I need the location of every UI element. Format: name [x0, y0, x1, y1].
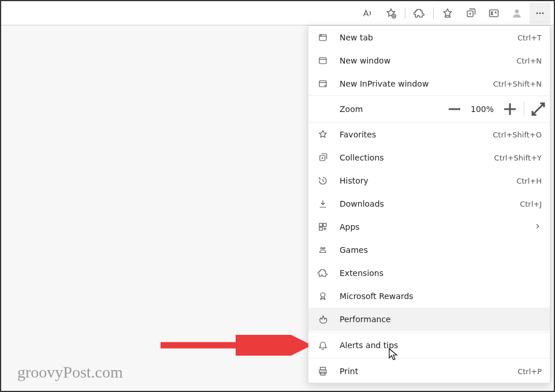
- toolbar-separator: [433, 8, 434, 19]
- menu-label: Downloads: [340, 199, 520, 208]
- extensions-icon: [316, 267, 329, 279]
- svg-point-15: [321, 248, 322, 249]
- svg-point-8: [321, 35, 321, 36]
- profile-button[interactable]: [506, 3, 527, 24]
- menu-shortcut: Ctrl+Shift+N: [493, 80, 542, 88]
- menu-item-new-tab[interactable]: New tab Ctrl+T: [308, 26, 550, 49]
- menu-item-zoom: Zoom 100%: [308, 95, 550, 123]
- menu-item-print[interactable]: Print Ctrl+P: [308, 360, 550, 383]
- svg-point-17: [321, 293, 325, 297]
- menu-item-extensions[interactable]: Extensions: [308, 262, 550, 285]
- annotation-arrow: [158, 335, 308, 356]
- svg-rect-9: [319, 58, 326, 64]
- menu-label: Microsoft Rewards: [340, 292, 542, 301]
- svg-point-6: [542, 12, 544, 14]
- svg-rect-12: [319, 223, 322, 226]
- history-icon: [316, 174, 329, 187]
- math-solver-button[interactable]: [483, 3, 504, 24]
- print-icon: [316, 365, 329, 378]
- menu-item-performance[interactable]: Performance: [308, 308, 550, 331]
- menu-label: New InPrivate window: [340, 79, 493, 88]
- mouse-cursor: [389, 348, 399, 361]
- menu-shortcut: Ctrl+P: [517, 367, 542, 376]
- zoom-label: Zoom: [340, 104, 443, 114]
- menu-label: Print: [340, 367, 517, 376]
- svg-rect-14: [319, 227, 322, 230]
- games-icon: [316, 244, 329, 256]
- menu-item-games[interactable]: Games: [308, 238, 550, 262]
- svg-rect-7: [319, 35, 326, 41]
- menu-item-rewards[interactable]: Microsoft Rewards: [308, 285, 550, 308]
- performance-icon: [316, 313, 329, 326]
- svg-point-5: [539, 12, 541, 14]
- menu-shortcut: Ctrl+J: [520, 200, 542, 208]
- svg-rect-2: [490, 10, 498, 17]
- new-tab-icon: [316, 31, 329, 44]
- menu-label: Alerts and tips: [340, 341, 542, 350]
- rewards-icon: [316, 290, 329, 303]
- inprivate-icon: [316, 77, 329, 90]
- menu-item-history[interactable]: History Ctrl+H: [308, 169, 550, 192]
- menu-shortcut: Ctrl+N: [516, 57, 542, 65]
- svg-point-3: [515, 9, 519, 13]
- chevron-right-icon: [534, 222, 542, 232]
- collections-icon: [316, 151, 329, 164]
- downloads-icon: [316, 197, 329, 210]
- browser-toolbar: [1, 1, 554, 25]
- watermark-text: groovyPost.com: [17, 363, 123, 382]
- menu-item-alerts[interactable]: Alerts and tips: [308, 334, 550, 357]
- menu-shortcut: Ctrl+H: [516, 177, 542, 185]
- menu-item-new-window[interactable]: New window Ctrl+N: [308, 49, 550, 72]
- menu-label: History: [340, 176, 516, 185]
- menu-label: Games: [340, 245, 542, 255]
- zoom-separator: [524, 102, 524, 117]
- menu-shortcut: Ctrl+Shift+Y: [494, 154, 542, 162]
- menu-label: Collections: [340, 153, 494, 162]
- extensions-button[interactable]: [409, 3, 430, 24]
- menu-item-downloads[interactable]: Downloads Ctrl+J: [308, 192, 550, 215]
- menu-item-apps[interactable]: Apps: [308, 215, 550, 238]
- menu-shortcut: Ctrl+T: [517, 33, 542, 42]
- menu-label: New window: [340, 56, 516, 65]
- read-aloud-button[interactable]: [357, 3, 378, 24]
- add-favorite-button[interactable]: [381, 3, 401, 24]
- settings-and-more-menu: New tab Ctrl+T New window Ctrl+N New InP…: [308, 25, 550, 383]
- menu-item-collections[interactable]: Collections Ctrl+Shift+Y: [308, 146, 550, 169]
- menu-label: Apps: [340, 222, 534, 232]
- svg-point-16: [323, 248, 325, 249]
- menu-shortcut: Ctrl+Shift+O: [493, 130, 542, 139]
- menu-label: Performance: [340, 315, 542, 324]
- apps-icon: [316, 221, 329, 233]
- svg-rect-13: [323, 223, 326, 226]
- menu-label: Extensions: [340, 268, 542, 278]
- collections-button[interactable]: [460, 3, 481, 24]
- menu-label: New tab: [340, 33, 517, 42]
- zoom-in-button[interactable]: [498, 98, 522, 121]
- zoom-out-button[interactable]: [443, 98, 466, 121]
- toolbar-separator: [405, 8, 405, 19]
- settings-and-more-button[interactable]: [530, 3, 550, 24]
- svg-rect-18: [321, 367, 326, 370]
- menu-label: Favorites: [340, 130, 493, 139]
- menu-divider: [308, 332, 550, 333]
- zoom-value: 100%: [466, 104, 498, 114]
- new-window-icon: [316, 54, 329, 67]
- menu-divider: [308, 358, 550, 359]
- fullscreen-button[interactable]: [527, 98, 550, 121]
- bell-icon: [316, 339, 329, 352]
- menu-item-favorites[interactable]: Favorites Ctrl+Shift+O: [308, 123, 550, 146]
- favorites-icon: [316, 128, 329, 141]
- svg-point-4: [537, 12, 538, 14]
- favorites-button[interactable]: [437, 3, 458, 24]
- menu-item-new-inprivate[interactable]: New InPrivate window Ctrl+Shift+N: [308, 72, 550, 95]
